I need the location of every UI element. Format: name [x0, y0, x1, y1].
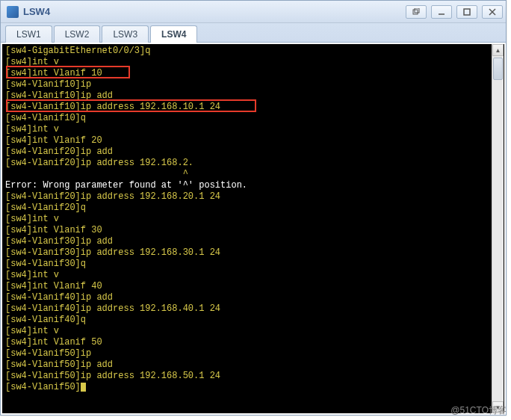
tab-lsw2[interactable]: LSW2	[54, 25, 101, 43]
terminal-line: [sw4-Vlanif30]ip address 192.168.30.1 24	[5, 247, 501, 259]
minimize-button[interactable]	[431, 5, 452, 19]
terminal-line: [sw4-Vlanif20]ip add	[5, 146, 501, 158]
terminal-line: [sw4]int v	[5, 124, 501, 135]
tab-lsw1[interactable]: LSW1	[5, 25, 52, 43]
terminal-line: [sw4-Vlanif40]ip add	[5, 292, 501, 303]
svg-rect-1	[415, 8, 419, 13]
terminal-line: [sw4]int Vlanif 40	[5, 281, 501, 292]
window-title: LSW4	[23, 6, 50, 17]
terminal-line: [sw4-Vlanif20]ip address 192.168.2.	[5, 158, 501, 169]
terminal-line: [sw4-Vlanif30]ip add	[5, 236, 501, 247]
terminal-line: [sw4-Vlanif20]q	[5, 203, 501, 214]
svg-rect-3	[464, 9, 470, 15]
tab-lsw4[interactable]: LSW4	[150, 25, 197, 43]
restore-icon	[412, 8, 420, 16]
minimize-icon	[438, 8, 445, 16]
terminal-line: [sw4-Vlanif10]q	[5, 113, 501, 124]
terminal-line: [sw4-GigabitEthernet0/0/3]q	[5, 46, 501, 57]
titlebar[interactable]: LSW4	[1, 1, 506, 23]
tab-bar: LSW1 LSW2 LSW3 LSW4	[1, 23, 506, 43]
terminal-line: [sw4]int Vlanif 50	[5, 337, 501, 348]
terminal-line: [sw4]int Vlanif 30	[5, 225, 501, 236]
terminal-line: [sw4-Vlanif40]ip address 192.168.40.1 24	[5, 303, 501, 315]
terminal-line: [sw4]int v	[5, 326, 501, 337]
restore-button[interactable]	[406, 5, 427, 19]
svg-rect-0	[413, 10, 418, 14]
app-icon	[7, 6, 19, 18]
terminal-line: ^	[5, 169, 501, 180]
terminal-line: [sw4-Vlanif50]ip address 192.168.50.1 24	[5, 371, 501, 382]
terminal-line: [sw4-Vlanif10]ip	[5, 79, 501, 90]
maximize-icon	[463, 8, 471, 16]
scroll-up-button[interactable]: ▲	[492, 44, 504, 56]
tab-lsw3[interactable]: LSW3	[102, 25, 149, 43]
terminal-line: [sw4]int Vlanif 10	[5, 68, 501, 79]
maximize-button[interactable]	[456, 5, 477, 19]
terminal-line: [sw4]int v	[5, 270, 501, 281]
window-controls	[406, 5, 503, 19]
cursor	[81, 383, 86, 392]
terminal-line: [sw4-Vlanif50]ip	[5, 348, 501, 359]
scroll-thumb[interactable]	[493, 58, 503, 80]
terminal-line: [sw4-Vlanif30]q	[5, 259, 501, 270]
watermark: @51CTO博客	[450, 404, 507, 417]
close-button[interactable]	[482, 5, 503, 19]
app-window: LSW4 LSW1 LSW2 LSW3 LSW4 [sw4-GigabitEth…	[0, 0, 507, 416]
terminal-line: [sw4-Vlanif10]ip add	[5, 90, 501, 102]
terminal-line: [sw4-Vlanif10]ip address 192.168.10.1 24	[5, 102, 501, 113]
terminal-line: Error: Wrong parameter found at '^' posi…	[5, 180, 501, 191]
terminal-line: [sw4-Vlanif50]	[5, 382, 501, 393]
terminal-line: [sw4-Vlanif20]ip address 192.168.20.1 24	[5, 191, 501, 203]
terminal-line: [sw4-Vlanif40]q	[5, 315, 501, 326]
terminal-wrap: [sw4-GigabitEthernet0/0/3]q[sw4]int v[sw…	[1, 43, 506, 415]
terminal-line: [sw4]int v	[5, 214, 501, 225]
terminal-line: [sw4-Vlanif50]ip add	[5, 359, 501, 371]
scrollbar[interactable]: ▲ ▼	[492, 44, 504, 413]
terminal-line: [sw4]int Vlanif 20	[5, 135, 501, 146]
terminal[interactable]: [sw4-GigabitEthernet0/0/3]q[sw4]int v[sw…	[2, 44, 504, 413]
terminal-line: [sw4]int v	[5, 57, 501, 68]
close-icon	[489, 8, 496, 16]
title-left: LSW4	[7, 6, 50, 18]
